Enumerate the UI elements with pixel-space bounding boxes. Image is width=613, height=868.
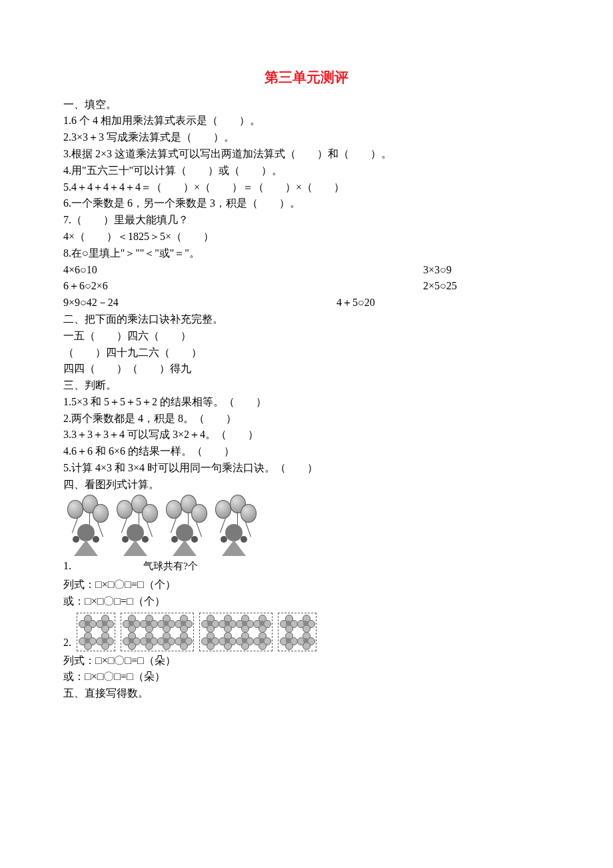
page-title: 第三单元测评	[63, 67, 550, 89]
s1-q8-r1a: 4×6○10	[63, 262, 423, 279]
s3-q5: 5.计算 4×3 和 3×4 时可以用同一句乘法口诀。（ ）	[63, 460, 550, 477]
balloon-figure	[63, 495, 550, 558]
s1-q8: 8.在○里填上"＞""＜"或"＝"。	[63, 245, 550, 262]
s1-q8-row1: 4×6○10 3×3○9	[63, 262, 550, 279]
s1-q8-row3: 9×9○42－24 4＋5○20	[63, 295, 550, 311]
s4-q1-prefix: 1.	[63, 558, 71, 575]
balloon-girl-icon	[162, 495, 207, 558]
s1-q5: 5.4＋4＋4＋4＋4＝（ ）×（ ）＝（ ）×（ ）	[63, 179, 550, 196]
s1-q8-r1b: 3×3○9	[423, 262, 550, 279]
s2-l1: 一五（ ）四六（ ）	[63, 328, 550, 345]
section-4-heading: 四、看图列式计算。	[63, 477, 550, 493]
s4-q2-prefix: 2.	[63, 635, 71, 651]
s2-l2: （ ）四十九二六（ ）	[63, 345, 550, 361]
s1-q8-r2a: 6＋6○2×6	[63, 278, 423, 295]
balloon-girl-icon	[63, 495, 109, 558]
s3-q2: 2.两个乘数都是 4，积是 8。（ ）	[63, 411, 550, 427]
balloon-caption: 气球共有?个	[74, 559, 267, 574]
section-5-heading: 五、直接写得数。	[63, 685, 550, 702]
s4-q2-eq1: 列式：□×□〇□=□（朵）	[63, 653, 550, 669]
s1-q8-r2b: 2×5○25	[423, 278, 550, 295]
s1-q8-r3b: 4＋5○20	[336, 295, 550, 311]
balloon-girl-icon	[113, 495, 158, 558]
flower-box-icon	[199, 613, 273, 651]
s3-q1: 1.5×3 和 5＋5＋5＋2 的结果相等。（ ）	[63, 394, 550, 411]
s1-q3: 3.根据 2×3 这道乘法算式可以写出两道加法算式（ ）和（ ）。	[63, 146, 550, 163]
flower-box-icon	[121, 613, 194, 651]
section-1-heading: 一、填空。	[63, 97, 550, 113]
s1-q7: 7.（ ）里最大能填几？	[63, 212, 550, 229]
s4-q1-eq1: 列式：□×□〇□=□（个）	[63, 577, 550, 593]
section-2-heading: 二、把下面的乘法口诀补充完整。	[63, 311, 550, 328]
s4-q2-eq2: 或：□×□〇□=□（朵）	[63, 669, 550, 685]
s1-q2: 2.3×3＋3 写成乘法算式是（ ）。	[63, 129, 550, 146]
flower-figure: 2.	[63, 613, 550, 651]
s3-q3: 3.3＋3＋3＋4 可以写成 3×2＋4。（ ）	[63, 427, 550, 443]
flower-box-icon	[77, 613, 115, 651]
s4-q1-eq2: 或：□×□〇□=□（个）	[63, 593, 550, 610]
s1-q7b: 4×（ ）＜1825＞5×（ ）	[63, 229, 550, 245]
s2-l3: 四四（ ）（ ）得九	[63, 361, 550, 377]
balloon-girl-icon	[211, 495, 257, 558]
s1-q8-r3a: 9×9○42－24	[63, 295, 336, 311]
s1-q8-row2: 6＋6○2×6 2×5○25	[63, 278, 550, 295]
s1-q6: 6.一个乘数是 6，另一个乘数是 3，积是（ ）。	[63, 195, 550, 212]
s1-q4: 4.用"五六三十"可以计算（ ）或（ ）。	[63, 163, 550, 179]
flower-box-icon	[278, 613, 316, 651]
s3-q4: 4.6＋6 和 6×6 的结果一样。（ ）	[63, 443, 550, 460]
section-3-heading: 三、判断。	[63, 377, 550, 394]
s1-q1: 1.6 个 4 相加用乘法算式表示是（ ）。	[63, 113, 550, 129]
